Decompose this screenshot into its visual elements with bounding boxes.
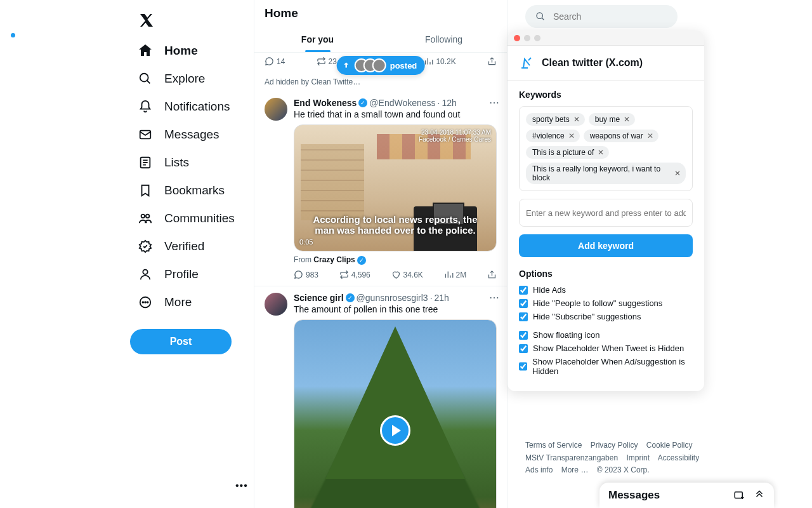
avatar[interactable]: [265, 293, 287, 316]
keyword-chip[interactable]: #violence✕: [526, 130, 580, 142]
sidebar: Home Explore Notifications Messages List…: [0, 0, 254, 508]
footer-link[interactable]: MStV Transparenzangaben: [525, 453, 618, 462]
search-box[interactable]: [525, 5, 678, 28]
right-column: Clean twitter (X.com) Keywords sporty be…: [508, 0, 812, 508]
repost-count[interactable]: 4,596: [339, 270, 370, 279]
sidebar-item-profile[interactable]: Profile: [130, 260, 254, 288]
media-from-label[interactable]: From Crazy Clips ✓: [294, 255, 497, 265]
search-icon: [138, 71, 153, 86]
option-hide-subscribe[interactable]: Hide "Subscribe" suggestions: [519, 312, 693, 321]
remove-keyword-icon[interactable]: ✕: [598, 148, 604, 157]
like-count[interactable]: 34.6K: [391, 270, 423, 279]
svg-point-3: [141, 215, 145, 218]
reply-count[interactable]: 983: [294, 270, 318, 279]
keyword-chip[interactable]: weapons of war✕: [584, 130, 658, 142]
share-icon[interactable]: [487, 57, 497, 66]
sidebar-item-communities[interactable]: Communities: [130, 204, 254, 232]
play-icon[interactable]: [380, 415, 410, 446]
tweet-author-handle[interactable]: @gunsnrosesgirl3: [357, 293, 428, 303]
option-hide-ads[interactable]: Hide Ads: [519, 285, 693, 295]
tweet-author-name[interactable]: Science girl: [294, 293, 344, 303]
view-count[interactable]: 2M: [444, 270, 467, 279]
post-button[interactable]: Post: [130, 329, 232, 354]
timeline-more-icon[interactable]: •••: [235, 480, 248, 491]
svg-point-5: [143, 270, 147, 274]
footer-link[interactable]: Cookie Policy: [646, 441, 693, 450]
view-count[interactable]: 10.2K: [424, 57, 455, 66]
tweet-timestamp[interactable]: 12h: [442, 98, 456, 108]
verified-badge-icon: ✓: [346, 293, 355, 302]
sidebar-item-label: Bookmarks: [164, 184, 225, 197]
avatar[interactable]: [265, 98, 287, 121]
keyword-chip[interactable]: This is a picture of✕: [526, 146, 609, 159]
x-logo[interactable]: [138, 11, 155, 29]
options-section-title: Options: [519, 269, 693, 279]
messages-dock[interactable]: Messages: [599, 483, 774, 508]
tab-for-you[interactable]: For you: [254, 27, 381, 52]
remove-keyword-icon[interactable]: ✕: [568, 131, 575, 140]
new-posts-pill[interactable]: posted: [337, 56, 425, 75]
repost-count[interactable]: 23: [317, 57, 337, 66]
timeline-tabs: For you Following: [254, 27, 507, 53]
option-floating-icon[interactable]: Show floating icon: [519, 330, 693, 340]
svg-point-10: [537, 13, 542, 18]
add-keyword-button[interactable]: Add keyword: [519, 234, 693, 257]
remove-keyword-icon[interactable]: ✕: [624, 115, 630, 124]
maximize-dot-icon[interactable]: [534, 35, 540, 41]
option-hide-people[interactable]: Hide "People to follow" suggestions: [519, 298, 693, 308]
bookmark-icon: [138, 183, 153, 198]
footer-link[interactable]: Ads info: [525, 465, 553, 474]
profile-icon: [138, 267, 153, 282]
keyword-chip[interactable]: This is a really long keyword, i want to…: [526, 163, 686, 184]
keyword-chip[interactable]: buy me✕: [589, 113, 635, 126]
sidebar-item-explore[interactable]: Explore: [130, 65, 254, 93]
sidebar-item-lists[interactable]: Lists: [130, 149, 254, 177]
keyword-chip[interactable]: sporty bets✕: [526, 113, 585, 126]
footer-link[interactable]: Accessibility: [658, 453, 699, 462]
sidebar-item-more[interactable]: More: [130, 288, 254, 316]
tweet-author-name[interactable]: End Wokeness: [294, 98, 357, 108]
tweet[interactable]: ⋯ Science girl ✓ @gunsnrosesgirl3 · 21h …: [254, 286, 507, 508]
minimize-dot-icon[interactable]: [524, 35, 530, 41]
reply-count[interactable]: 14: [265, 57, 285, 66]
tweet-author-handle[interactable]: @EndWokeness: [369, 98, 435, 108]
remove-keyword-icon[interactable]: ✕: [647, 131, 653, 140]
tweet-more-icon[interactable]: ⋯: [489, 97, 499, 109]
new-message-icon[interactable]: [733, 490, 745, 501]
option-placeholder-ad[interactable]: Show Placeholder When Ad/suggestion is H…: [519, 357, 693, 376]
tweet-media[interactable]: [294, 319, 497, 508]
footer-link[interactable]: Imprint: [626, 453, 650, 462]
sidebar-item-verified[interactable]: Verified: [130, 232, 254, 260]
pill-label: posted: [390, 61, 417, 70]
sidebar-item-home[interactable]: Home: [130, 37, 254, 65]
option-placeholder-tweet[interactable]: Show Placeholder When Tweet is Hidden: [519, 344, 693, 353]
sidebar-item-bookmarks[interactable]: Bookmarks: [130, 177, 254, 204]
footer-link[interactable]: More …: [561, 465, 589, 474]
tab-following[interactable]: Following: [381, 27, 507, 52]
tweet[interactable]: ⋯ End Wokeness ✓ @EndWokeness · 12h He t…: [254, 91, 507, 286]
remove-keyword-icon[interactable]: ✕: [674, 169, 681, 178]
search-input[interactable]: [553, 11, 667, 22]
tweet-text: He tried that in a small town and found …: [294, 109, 497, 119]
svg-point-0: [140, 74, 148, 82]
more-icon: [138, 295, 153, 310]
verified-badge-icon: ✓: [357, 256, 366, 265]
expand-caret-icon[interactable]: [754, 490, 765, 501]
keyword-input[interactable]: [519, 199, 693, 227]
tweet-media[interactable]: 23-04-2018 11:07:33 AM Facebook / Carnes…: [294, 124, 497, 251]
footer-link[interactable]: Terms of Service: [525, 441, 582, 450]
tweet-more-icon[interactable]: ⋯: [489, 291, 499, 304]
tweet-timestamp[interactable]: 21h: [435, 293, 449, 303]
remove-keyword-icon[interactable]: ✕: [573, 115, 580, 124]
share-icon[interactable]: [487, 270, 497, 279]
sidebar-item-notifications[interactable]: Notifications: [130, 93, 254, 121]
sidebar-item-messages[interactable]: Messages: [130, 121, 254, 149]
sidebar-item-label: More: [164, 295, 192, 309]
footer-link[interactable]: Privacy Policy: [591, 441, 638, 450]
verified-icon: [138, 239, 153, 254]
sidebar-item-label: Explore: [164, 72, 205, 86]
video-caption: According to local news reports, the man…: [294, 214, 496, 236]
close-dot-icon[interactable]: [514, 35, 520, 41]
verified-badge-icon: ✓: [358, 98, 367, 107]
keywords-box: sporty bets✕ buy me✕ #violence✕ weapons …: [519, 106, 693, 191]
